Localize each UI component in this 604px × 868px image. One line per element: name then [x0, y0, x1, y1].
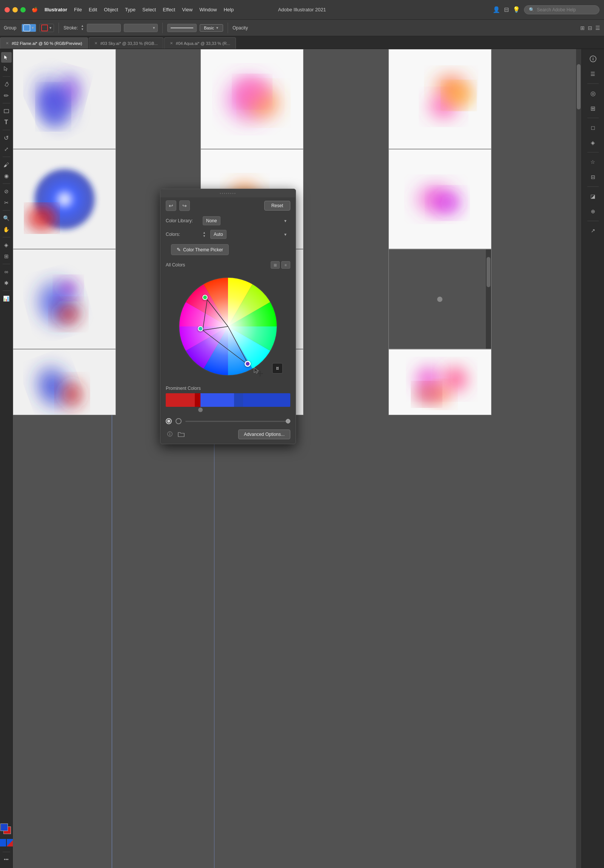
selection-tool[interactable]: [1, 52, 12, 63]
mesh-tool[interactable]: ⊞: [1, 251, 12, 262]
stroke-type-select[interactable]: ▼: [124, 24, 158, 32]
artwork-cell-10[interactable]: [13, 349, 116, 415]
menu-help[interactable]: Help: [224, 7, 234, 12]
reset-button[interactable]: Reset: [264, 201, 290, 211]
color-wheel[interactable]: [173, 272, 283, 381]
colors-spinner[interactable]: ▲ ▼: [203, 231, 206, 238]
stroke-width-input[interactable]: [87, 24, 121, 32]
scissors-tool[interactable]: ✂: [1, 197, 12, 208]
hand-tool[interactable]: ✋: [1, 224, 12, 235]
properties-icon[interactable]: i: [586, 52, 600, 66]
stroke-profile-input[interactable]: [167, 24, 197, 32]
symbol-tool[interactable]: ✱: [1, 278, 12, 288]
color-handle-teal[interactable]: [198, 326, 203, 331]
arrange-icon[interactable]: ⊟: [504, 6, 509, 13]
paint-brush-tool[interactable]: 🖌: [1, 159, 12, 170]
graph-tool[interactable]: 📊: [1, 293, 12, 304]
stroke-spinner[interactable]: ▲ ▼: [81, 25, 84, 31]
menu-illustrator[interactable]: Illustrator: [45, 7, 67, 12]
menu-apple[interactable]: 🍎: [32, 7, 38, 12]
color-theme-picker-button[interactable]: ✎ Color Theme Picker: [171, 244, 229, 255]
layers-icon[interactable]: ☰: [586, 67, 600, 81]
grid-view-icon[interactable]: ⊞: [580, 25, 585, 31]
radio-selected[interactable]: [166, 418, 172, 424]
color-library-select[interactable]: None: [203, 216, 220, 225]
transform-icon[interactable]: ⊕: [586, 205, 600, 218]
tab-sky[interactable]: ✕ #03 Sky.ai* @ 33,33 % (RGB...: [89, 37, 163, 49]
appearance-icon[interactable]: ☆: [586, 155, 600, 169]
artwork-cell-4[interactable]: [13, 149, 116, 249]
menu-edit[interactable]: Edit: [89, 7, 97, 12]
info-icon[interactable]: ⓘ: [166, 430, 174, 439]
redo-button[interactable]: ↪: [179, 200, 190, 211]
menu-file[interactable]: File: [74, 7, 82, 12]
cell-scrollbar[interactable]: [486, 250, 491, 349]
rectangle-tool[interactable]: [1, 106, 12, 116]
pencil-tool[interactable]: ✏: [1, 90, 12, 101]
account-icon[interactable]: 👤: [493, 6, 500, 13]
tab-flame[interactable]: ✕ #02 Flame.ai* @ 50 % (RGB/Preview): [0, 37, 88, 49]
menu-select[interactable]: Select: [142, 7, 156, 12]
fullscreen-button[interactable]: [20, 7, 26, 12]
foreground-color[interactable]: [0, 823, 8, 831]
close-button[interactable]: [5, 7, 10, 12]
menu-window[interactable]: Window: [199, 7, 217, 12]
artwork-cell-6[interactable]: [388, 149, 492, 249]
lightbulb-icon[interactable]: 💡: [512, 6, 520, 13]
tab-aqua[interactable]: ✕ #04 Aqua.ai* @ 33,33 % (R...: [164, 37, 236, 49]
menu-view[interactable]: View: [182, 7, 193, 12]
color-handle-green[interactable]: [202, 295, 208, 300]
advanced-options-button[interactable]: Advanced Options...: [238, 429, 290, 439]
gradient-panel-icon[interactable]: ◈: [586, 136, 600, 149]
minimize-button[interactable]: [12, 7, 18, 12]
align-icon[interactable]: ⊟: [586, 170, 600, 184]
direct-selection-tool[interactable]: [1, 64, 12, 74]
reflect-tool[interactable]: ⤢: [1, 144, 12, 154]
tab-close-flame[interactable]: ✕: [6, 41, 9, 45]
prominent-color-bar[interactable]: [166, 393, 290, 407]
randomize-slider[interactable]: [185, 421, 290, 422]
folder-icon[interactable]: [177, 430, 185, 439]
artwork-cell-7[interactable]: [13, 249, 116, 349]
artwork-cell-2[interactable]: [200, 49, 303, 149]
wheel-grid-icon[interactable]: ⊞: [271, 261, 280, 269]
dialog-handle[interactable]: ••••••••: [160, 189, 296, 197]
arrange-doc-icon[interactable]: ⊟: [588, 25, 592, 31]
artwork-cell-3[interactable]: [388, 49, 492, 149]
menu-object[interactable]: Object: [104, 7, 118, 12]
search-input[interactable]: 🔍 Search Adobe Help: [524, 5, 599, 14]
canvas-scrollbar[interactable]: [576, 49, 581, 868]
wheel-list-icon[interactable]: ≡: [281, 261, 290, 269]
artwork-cell-1[interactable]: [13, 49, 116, 149]
undo-button[interactable]: ↩: [166, 200, 176, 211]
more-tools[interactable]: •••: [1, 854, 12, 865]
more-options-icon[interactable]: ☰: [595, 25, 600, 31]
pen-tool[interactable]: [1, 79, 12, 90]
color-wheel-icon[interactable]: ◎: [586, 87, 600, 100]
blend-tool[interactable]: ∞: [1, 267, 12, 277]
zoom-tool[interactable]: 🔍: [1, 213, 12, 223]
basic-dropdown[interactable]: Basic ▼: [200, 24, 223, 32]
color-handle-purple[interactable]: [245, 361, 251, 367]
artwork-cell-12[interactable]: [388, 349, 492, 415]
gradient-tool[interactable]: ◈: [1, 240, 12, 250]
colors-select[interactable]: Auto: [210, 230, 227, 239]
color-switch-top[interactable]: [0, 839, 6, 846]
prominent-slider-thumb[interactable]: [198, 408, 203, 412]
menu-effect[interactable]: Effect: [163, 7, 175, 12]
stroke-icon[interactable]: ◻: [586, 121, 600, 134]
export-icon[interactable]: ↗: [586, 224, 600, 237]
swatches-icon[interactable]: ⊞: [586, 102, 600, 115]
type-tool[interactable]: T: [1, 117, 12, 127]
fill-color-swatch[interactable]: ▼: [22, 24, 36, 32]
tab-close-sky[interactable]: ✕: [95, 41, 98, 45]
tab-close-aqua[interactable]: ✕: [170, 41, 173, 45]
stroke-swatch-btn[interactable]: ▼: [39, 24, 54, 32]
rotate-tool[interactable]: ↺: [1, 132, 12, 143]
blob-brush-tool[interactable]: ◉: [1, 170, 12, 181]
fg-bg-colors[interactable]: [0, 823, 12, 835]
radio-unselected[interactable]: [175, 418, 182, 424]
eraser-tool[interactable]: ⊘: [1, 186, 12, 197]
pathfinder-icon[interactable]: ◪: [586, 189, 600, 203]
canvas-area[interactable]: •••••••• ↩ ↪ Reset Color Library: None ▼: [13, 49, 581, 868]
